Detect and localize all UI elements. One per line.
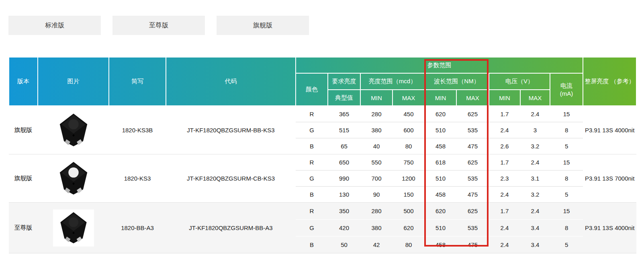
product-image-cell xyxy=(38,154,109,203)
header-param-range: 参数范围 xyxy=(296,57,583,73)
abbr-cell: 1820-BB-A3 xyxy=(109,203,166,253)
table-cell: 1.7 xyxy=(489,154,520,171)
table-cell: 365 xyxy=(328,106,360,122)
table-cell: 535 xyxy=(456,171,489,187)
product-image-cell xyxy=(38,106,109,154)
header-typical: 典型值 xyxy=(328,90,360,106)
header-required-brightness: 要求亮度 xyxy=(328,73,360,90)
version-cell: 旗舰版 xyxy=(9,154,38,203)
table-cell: 625 xyxy=(456,154,489,171)
table-cell: 458 xyxy=(425,236,456,253)
table-cell: 510 xyxy=(425,220,456,236)
table-cell: 2.3 xyxy=(489,171,520,187)
spec-table: 版本 图片 简写 代码 参数范围 整屏亮度 （参考） 颜色 要求亮度 亮度范围（… xyxy=(8,57,637,253)
table-cell: 8 xyxy=(550,171,583,187)
table-cell: 2.4 xyxy=(489,220,520,236)
table-cell: 535 xyxy=(456,220,489,236)
table-cell: 620 xyxy=(425,203,456,220)
channel-label: G xyxy=(296,171,328,187)
page: { "colors": { "header_gradient_start": "… xyxy=(0,0,644,257)
table-cell: 350 xyxy=(328,203,360,220)
header-code: 代码 xyxy=(166,57,296,106)
tab-supreme[interactable]: 至尊版 xyxy=(112,16,205,35)
tab-standard[interactable]: 标准版 xyxy=(8,16,101,35)
table-cell: 3.4 xyxy=(520,220,550,236)
table-cell: 475 xyxy=(456,138,489,154)
table-cell: 600 xyxy=(393,122,425,138)
led-product-icon xyxy=(57,161,90,196)
table-cell: 2.4 xyxy=(520,106,550,122)
code-cell: JT-KF1820QBZGSURM-BB-KS3 xyxy=(166,106,296,154)
table-cell: 510 xyxy=(425,122,456,138)
table-cell: 42 xyxy=(360,236,393,253)
header-voltage: 电压（V） xyxy=(489,73,550,90)
table-cell: 450 xyxy=(393,106,425,122)
table-header: 版本 图片 简写 代码 参数范围 整屏亮度 （参考） 颜色 要求亮度 亮度范围（… xyxy=(9,57,636,106)
table-cell: 280 xyxy=(360,106,393,122)
table-cell: 2.4 xyxy=(489,187,520,203)
header-color: 颜色 xyxy=(296,73,328,106)
channel-label: R xyxy=(296,203,328,220)
header-wavelength-max: MAX xyxy=(456,90,489,106)
header-image: 图片 xyxy=(38,57,109,106)
led-product-icon xyxy=(58,212,89,245)
table-cell: 618 xyxy=(425,154,456,171)
table-cell: 550 xyxy=(360,154,393,171)
table-cell: 625 xyxy=(456,106,489,122)
table-cell: 5 xyxy=(550,236,583,253)
table-cell: 80 xyxy=(393,138,425,154)
table-cell: 2.6 xyxy=(489,138,520,154)
version-cell: 至尊版 xyxy=(9,203,38,253)
screen-brightness-cell: P3.91 13S 4000nit xyxy=(583,106,636,154)
table-cell: 625 xyxy=(456,203,489,220)
header-voltage-min: MIN xyxy=(489,90,520,106)
table-cell: 2.4 xyxy=(489,236,520,253)
channel-label: B xyxy=(296,138,328,154)
table-row: 至尊版 1820-BB-A3 JT-KF1820QBZGSURM-BB-A3 R… xyxy=(9,203,636,220)
table-cell: 650 xyxy=(328,154,360,171)
code-cell: JT-KF1820QBZGSURM-CB-KS3 xyxy=(166,154,296,203)
abbr-cell: 1820-KS3 xyxy=(109,154,166,203)
product-image-cell xyxy=(38,203,109,253)
table-cell: 80 xyxy=(393,236,425,253)
table-cell: 2.4 xyxy=(520,154,550,171)
table-cell: 150 xyxy=(393,187,425,203)
table-cell: 50 xyxy=(328,236,360,253)
table-cell: 3.2 xyxy=(520,138,550,154)
header-voltage-max: MAX xyxy=(520,90,550,106)
header-brightness-min: MIN xyxy=(360,90,393,106)
led-product-icon xyxy=(57,113,90,148)
channel-label: G xyxy=(296,220,328,236)
header-brightness-range: 亮度范围（mcd） xyxy=(360,73,425,90)
channel-label: G xyxy=(296,122,328,138)
table-cell: 620 xyxy=(425,106,456,122)
table-cell: 1.7 xyxy=(489,106,520,122)
table-cell: 380 xyxy=(360,220,393,236)
screen-brightness-cell: P3.91 13S 7000nit xyxy=(583,154,636,203)
table-cell: 65 xyxy=(328,138,360,154)
header-current: 电流 (mA) xyxy=(550,73,583,106)
table-cell: 3 xyxy=(520,122,550,138)
header-version: 版本 xyxy=(9,57,38,106)
table-row: 旗舰版 1820-KS3B JT-KF1820QBZGSURM-BB-KS3 R… xyxy=(9,106,636,122)
table-cell: 700 xyxy=(360,171,393,187)
table-cell: 40 xyxy=(360,138,393,154)
channel-label: B xyxy=(296,236,328,253)
table-cell: 458 xyxy=(425,187,456,203)
version-cell: 旗舰版 xyxy=(9,106,38,154)
table-cell: 535 xyxy=(456,122,489,138)
table-cell: 3.1 xyxy=(520,171,550,187)
table-cell: 15 xyxy=(550,203,583,220)
table-cell: 380 xyxy=(360,122,393,138)
table-cell: 990 xyxy=(328,171,360,187)
table-cell: 8 xyxy=(550,220,583,236)
code-cell: JT-KF1820QBZGSURM-BB-A3 xyxy=(166,203,296,253)
version-tabs: 标准版 至尊版 旗舰版 xyxy=(8,16,309,35)
table-cell: 90 xyxy=(360,187,393,203)
table-cell: 3.4 xyxy=(520,236,550,253)
tab-flagship[interactable]: 旗舰版 xyxy=(217,16,309,35)
table-cell: 510 xyxy=(425,171,456,187)
table-cell: 8 xyxy=(550,122,583,138)
table-cell: 2.4 xyxy=(520,203,550,220)
header-brightness-max: MAX xyxy=(393,90,425,106)
